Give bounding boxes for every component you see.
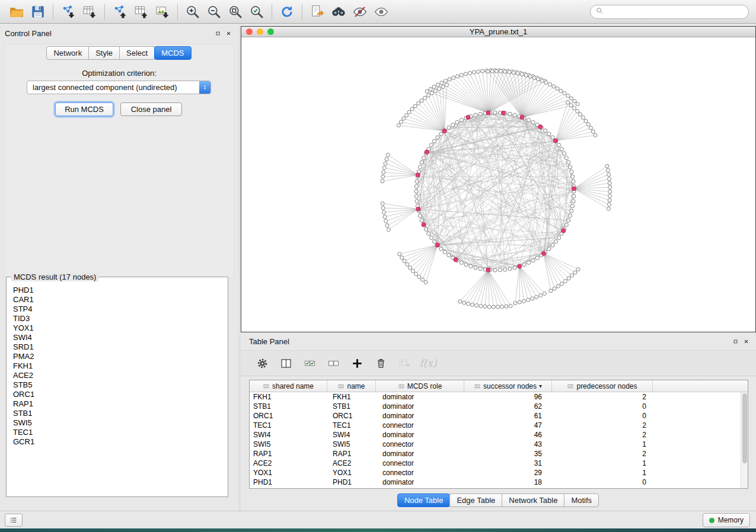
table-row[interactable]: TEC1TEC1connector472 — [250, 421, 741, 430]
table-row[interactable]: ORC1ORC1dominator610 — [250, 411, 741, 421]
tab-mcds[interactable]: MCDS — [154, 46, 191, 60]
search-input[interactable] — [607, 8, 744, 16]
tab-node-table[interactable]: Node Table — [397, 493, 451, 507]
zoom-in-button[interactable] — [182, 2, 203, 21]
zoom-selected-button[interactable] — [246, 2, 267, 21]
tab-motifs[interactable]: Motifs — [564, 493, 599, 507]
mcds-node-item[interactable]: TEC1 — [8, 428, 227, 437]
memory-button[interactable]: Memory — [703, 513, 750, 527]
cytoscape-window: Control Panel NetworkStyleSelectMCDS Opt… — [0, 0, 756, 528]
export-network-button[interactable] — [109, 2, 130, 21]
table-row[interactable]: SWI4SWI4dominator462 — [250, 430, 741, 440]
select-all-columns-button[interactable] — [299, 354, 320, 373]
column-header-successor-nodes[interactable]: successor nodes▾ — [464, 380, 552, 392]
unselect-all-columns-button[interactable] — [323, 354, 344, 373]
table-scrollbar[interactable] — [741, 392, 748, 488]
show-hide-panels-button[interactable] — [5, 514, 23, 527]
dropdown-stepper-icon — [199, 81, 210, 94]
mcds-node-item[interactable]: PHD1 — [8, 286, 227, 295]
delete-columns-button[interactable] — [370, 354, 391, 373]
mcds-node-item[interactable]: STB1 — [8, 409, 227, 418]
mcds-node-item[interactable]: GCR1 — [8, 437, 227, 447]
mcds-node-item[interactable]: SWI4 — [8, 333, 227, 342]
tab-style[interactable]: Style — [88, 46, 120, 60]
mcds-node-item[interactable]: ORC1 — [8, 390, 227, 399]
zoom-fit-button[interactable] — [225, 2, 246, 21]
tab-network-table[interactable]: Network Table — [502, 493, 564, 507]
tab-edge-table[interactable]: Edge Table — [449, 493, 502, 507]
column-header-empty — [653, 380, 741, 392]
column-header-name[interactable]: name — [327, 380, 376, 392]
search-box[interactable] — [590, 5, 749, 19]
export-table-button[interactable] — [130, 2, 152, 21]
optimization-criterion-select[interactable]: largest connected component (undirected) — [27, 81, 211, 94]
network-window-titlebar[interactable]: YPA_prune.txt_1 — [241, 27, 755, 37]
table-cell: 43 — [464, 440, 552, 448]
table-cell: connector — [376, 421, 464, 430]
table-cell: ORC1 — [327, 412, 376, 420]
maximize-window-icon[interactable] — [267, 28, 274, 35]
zoom-out-button[interactable] — [203, 2, 225, 21]
table-row[interactable]: RAP1RAP1dominator352 — [250, 449, 741, 459]
import-table-button[interactable] — [79, 2, 100, 21]
table-row[interactable]: STB1STB1dominator620 — [250, 402, 741, 411]
mcds-node-item[interactable]: SWI5 — [8, 418, 227, 428]
table-cell: STB1 — [250, 402, 327, 411]
search-icon — [595, 7, 604, 17]
tab-select[interactable]: Select — [119, 46, 155, 60]
column-header-shared-name[interactable]: shared name — [250, 380, 327, 392]
float-panel-icon[interactable] — [212, 28, 223, 39]
table-cell: STB1 — [327, 402, 376, 411]
control-panel-surface — [4, 44, 234, 278]
table-cell: dominator — [376, 402, 464, 411]
save-session-button[interactable] — [27, 2, 49, 21]
mcds-node-item[interactable]: CAR1 — [8, 295, 227, 305]
open-session-button[interactable] — [6, 2, 27, 21]
table-row[interactable]: FKH1FKH1dominator962 — [250, 392, 741, 402]
table-row[interactable]: PHD1PHD1dominator180 — [250, 477, 741, 487]
table-cell: RAP1 — [250, 450, 327, 458]
mcds-node-item[interactable]: RAP1 — [8, 399, 227, 409]
mcds-node-item[interactable]: PMA2 — [8, 352, 227, 361]
export-image-button[interactable] — [152, 2, 173, 21]
hide-details-button[interactable] — [349, 2, 371, 21]
close-window-icon[interactable] — [246, 28, 253, 35]
float-panel-icon[interactable] — [730, 336, 741, 347]
close-panel-icon[interactable] — [223, 28, 234, 39]
table-row[interactable]: ACE2ACE2connector311 — [250, 459, 741, 468]
minimize-window-icon[interactable] — [257, 28, 263, 35]
create-column-button[interactable] — [346, 354, 368, 373]
mcds-node-item[interactable]: STP4 — [8, 305, 227, 314]
table-panel-tabbar: Node TableEdge TableNetwork TableMotifs — [241, 493, 756, 507]
table-cell: 2 — [552, 393, 653, 401]
table-cell: 1 — [552, 440, 653, 448]
table-cell: ORC1 — [250, 412, 327, 420]
table-settings-button[interactable] — [251, 354, 273, 373]
mcds-node-item[interactable]: SRD1 — [8, 342, 227, 352]
close-panel-button[interactable]: Close panel — [120, 102, 182, 116]
table-row[interactable]: SWI5SWI5connector431 — [250, 440, 741, 449]
share-network-button[interactable] — [307, 2, 328, 21]
import-network-button[interactable] — [58, 2, 79, 21]
control-panel-tabbar: NetworkStyleSelectMCDS — [0, 46, 238, 60]
column-header-predecessor-nodes[interactable]: predecessor nodes — [552, 380, 653, 392]
mcds-node-item[interactable]: ACE2 — [8, 371, 227, 380]
mcds-node-item[interactable]: YOX1 — [8, 323, 227, 333]
tab-network[interactable]: Network — [46, 46, 89, 60]
close-panel-icon[interactable] — [741, 336, 751, 347]
table-cell: SWI5 — [327, 440, 376, 448]
table-cell: 2 — [552, 450, 653, 458]
column-header-mcds-role[interactable]: MCDS role — [376, 380, 464, 392]
run-mcds-button[interactable]: Run MCDS — [55, 102, 113, 116]
mcds-node-item[interactable]: STB5 — [8, 380, 227, 390]
find-button[interactable] — [328, 2, 349, 21]
show-details-button[interactable] — [371, 2, 392, 21]
memory-label: Memory — [718, 516, 744, 524]
show-column-button[interactable] — [275, 354, 296, 373]
scrollbar-thumb[interactable] — [742, 393, 747, 463]
mcds-node-item[interactable]: TID3 — [8, 314, 227, 323]
mcds-node-item[interactable]: FKH1 — [8, 361, 227, 371]
apply-layout-button[interactable] — [276, 2, 298, 21]
table-row[interactable]: YOX1YOX1connector291 — [250, 468, 741, 477]
network-canvas[interactable] — [241, 37, 755, 332]
